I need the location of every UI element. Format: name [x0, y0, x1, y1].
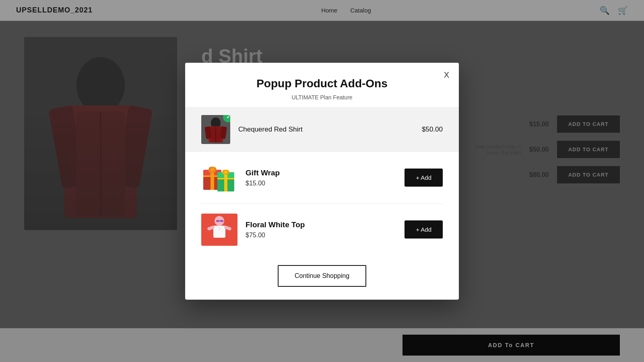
svg-rect-32: [219, 220, 220, 221]
svg-rect-24: [217, 178, 234, 179]
addon-gift-wrap-image: [201, 162, 237, 194]
continue-shopping-button[interactable]: Continue Shopping: [278, 265, 366, 287]
selected-product-price: $50.00: [422, 125, 443, 134]
addon-gift-wrap-add-label: + Add: [416, 174, 431, 181]
addon-floral-top-add-label: + Add: [416, 226, 431, 233]
modal-close-button[interactable]: X: [444, 71, 449, 79]
modal-dialog: Popup Product Add-Ons ULTIMATE Plan Feat…: [185, 63, 459, 300]
addon-floral-top-add-button[interactable]: + Add: [405, 220, 443, 239]
svg-rect-30: [216, 220, 219, 222]
addon-gift-wrap-name: Gift Wrap: [246, 169, 396, 177]
selected-product-name: Chequered Red Shirt: [238, 125, 414, 134]
selected-product-row: ✓ Chequered Red Shirt $50.00: [185, 107, 459, 152]
modal-footer: Continue Shopping: [185, 255, 459, 300]
svg-rect-23: [224, 172, 227, 191]
addon-floral-top-image: [201, 214, 237, 246]
addon-floral-top-price: $75.00: [246, 232, 396, 239]
addon-floral-top-name: Floral White Top: [246, 220, 396, 229]
svg-point-20: [211, 168, 215, 172]
addon-gift-wrap-price: $15.00: [246, 180, 396, 187]
modal-title: Popup Product Add-Ons: [201, 77, 443, 90]
svg-rect-16: [211, 170, 214, 190]
addon-floral-top-visual: [201, 214, 237, 246]
addon-floral-top-info: Floral White Top $75.00: [246, 220, 396, 239]
gift-wrap-icon: [201, 162, 237, 194]
addon-gift-wrap-add-button[interactable]: + Add: [405, 169, 443, 187]
svg-point-27: [224, 171, 227, 174]
svg-rect-33: [213, 226, 225, 238]
addon-item-gift-wrap: Gift Wrap $15.00 + Add: [201, 152, 443, 204]
addon-item-floral-top: Floral White Top $75.00 + Add: [201, 204, 443, 255]
modal-overlay: Popup Product Add-Ons ULTIMATE Plan Feat…: [0, 0, 644, 362]
modal-header: Popup Product Add-Ons ULTIMATE Plan Feat…: [185, 63, 459, 107]
addon-gift-wrap-info: Gift Wrap $15.00: [246, 169, 396, 187]
modal-subtitle: ULTIMATE Plan Feature: [201, 94, 443, 101]
svg-rect-31: [220, 220, 223, 222]
selected-product-image: ✓: [201, 115, 230, 144]
addon-list: Gift Wrap $15.00 + Add: [185, 152, 459, 255]
